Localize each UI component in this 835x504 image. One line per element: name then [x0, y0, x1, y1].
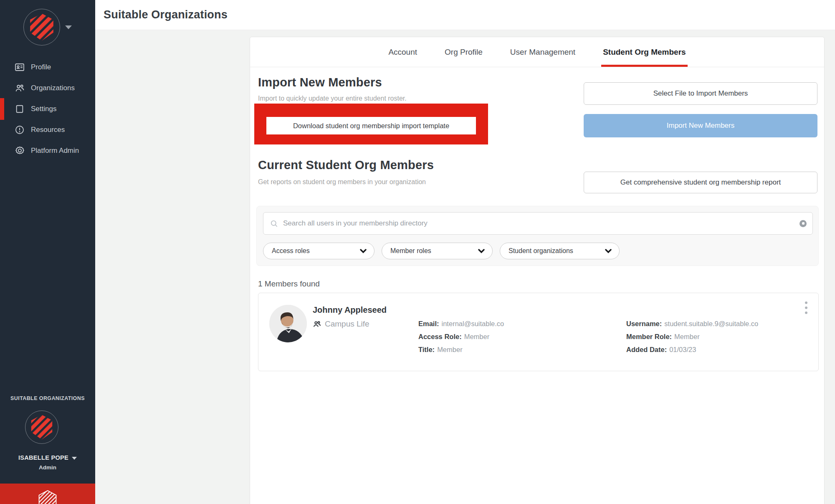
sidebar-nav: Profile Organizations Settings: [0, 57, 95, 161]
import-section-subtitle: Import to quickly update your entire stu…: [258, 95, 407, 102]
user-name: ISABELLE POPE: [18, 454, 68, 461]
group-icon: [14, 83, 25, 94]
sidebar-footer-brand: [0, 484, 95, 504]
member-card: Johnny Appleseed Campus Life Email:inter…: [258, 293, 819, 371]
title-label: Title:: [418, 346, 435, 353]
sidebar-item-organizations[interactable]: Organizations: [0, 78, 95, 99]
title-value: Member: [437, 346, 463, 353]
filter-label: Student organizations: [509, 247, 573, 255]
user-menu[interactable]: ISABELLE POPE: [0, 454, 95, 461]
sidebar: Profile Organizations Settings: [0, 0, 95, 504]
info-icon: [14, 124, 25, 135]
brand-shield-icon: [30, 414, 53, 440]
tab-org-profile[interactable]: Org Profile: [443, 37, 484, 67]
brand-shield-icon: [29, 13, 55, 41]
sidebar-org-label: SUITABLE ORGANIZATIONS: [0, 395, 95, 401]
app-frame: Profile Organizations Settings: [0, 0, 835, 504]
filter-access-roles[interactable]: Access roles: [263, 243, 374, 259]
search-icon: [270, 220, 278, 228]
select-file-button[interactable]: Select File to Import Members: [584, 82, 817, 105]
chevron-down-icon: [72, 457, 77, 460]
chevron-down-icon: [605, 248, 612, 253]
id-card-icon: [14, 62, 25, 73]
filter-label: Access roles: [272, 247, 310, 255]
sidebar-item-label: Settings: [31, 105, 56, 113]
member-org: Campus Life: [325, 319, 369, 329]
member-avatar: [269, 305, 307, 342]
group-icon: [313, 320, 321, 329]
chevron-down-icon: [360, 248, 367, 253]
square-icon: [14, 104, 25, 114]
members-found-count: 1 Members found: [258, 279, 320, 289]
sidebar-item-label: Organizations: [31, 84, 75, 92]
current-section-heading: Current Student Org Members: [258, 158, 434, 172]
page-title: Suitable Organizations: [104, 8, 228, 21]
member-name: Johnny Appleseed: [313, 305, 387, 315]
tab-bar: Account Org Profile User Management Stud…: [250, 37, 824, 67]
added-date-label: Added Date:: [626, 346, 667, 353]
user-org-logo[interactable]: [25, 410, 58, 444]
download-template-button[interactable]: Download student org membership import t…: [266, 117, 476, 134]
search-filter-panel: Access roles Member roles Student organi…: [256, 206, 819, 266]
tab-account[interactable]: Account: [387, 37, 419, 67]
sidebar-item-settings[interactable]: Settings: [0, 99, 95, 119]
access-role-value: Member: [464, 333, 490, 340]
tab-student-org-members[interactable]: Student Org Members: [601, 37, 687, 67]
member-role-value: Member: [674, 333, 700, 340]
current-section-subtitle: Get reports on student org members in yo…: [258, 178, 426, 186]
membership-report-button[interactable]: Get comprehensive student org membership…: [584, 172, 817, 193]
sidebar-item-profile[interactable]: Profile: [0, 57, 95, 78]
username-value: student.suitable.9@suitable.co: [664, 320, 758, 327]
tab-user-management[interactable]: User Management: [509, 37, 577, 67]
member-details-right: Username:student.suitable.9@suitable.co …: [626, 320, 758, 359]
sidebar-item-platform-admin[interactable]: Platform Admin: [0, 140, 95, 161]
username-label: Username:: [626, 320, 662, 327]
org-logo[interactable]: [23, 9, 60, 46]
top-bar: Suitable Organizations: [95, 0, 835, 30]
gear-icon: [14, 145, 25, 156]
search-input[interactable]: [283, 219, 800, 228]
access-role-label: Access Role:: [418, 333, 462, 340]
filter-label: Member roles: [390, 247, 431, 255]
search-box: [263, 212, 813, 235]
member-actions-menu-icon[interactable]: [803, 300, 809, 316]
highlight-annotation: Download student org membership import t…: [254, 104, 488, 144]
member-details-left: Email:internal@suitable.co Access Role:M…: [418, 320, 504, 359]
filter-member-roles[interactable]: Member roles: [382, 243, 493, 259]
user-role: Admin: [0, 464, 95, 471]
sidebar-item-label: Profile: [31, 63, 51, 71]
brand-shield-icon: [38, 490, 57, 504]
sidebar-item-resources[interactable]: Resources: [0, 119, 95, 140]
member-org-row: Campus Life: [313, 319, 369, 329]
sidebar-item-label: Platform Admin: [31, 147, 79, 155]
main-panel: Account Org Profile User Management Stud…: [250, 37, 825, 504]
chevron-down-icon[interactable]: [65, 25, 72, 29]
email-label: Email:: [418, 320, 439, 327]
import-new-members-button[interactable]: Import New Members: [584, 114, 817, 137]
sidebar-item-label: Resources: [31, 126, 65, 134]
added-date-value: 01/03/23: [669, 346, 696, 353]
member-role-label: Member Role:: [626, 333, 672, 340]
search-settings-icon[interactable]: [800, 220, 807, 227]
filter-row: Access roles Member roles Student organi…: [263, 243, 620, 259]
email-value: internal@suitable.co: [442, 320, 504, 327]
filter-student-organizations[interactable]: Student organizations: [500, 243, 620, 259]
import-section-heading: Import New Members: [258, 76, 382, 89]
chevron-down-icon: [478, 248, 485, 253]
